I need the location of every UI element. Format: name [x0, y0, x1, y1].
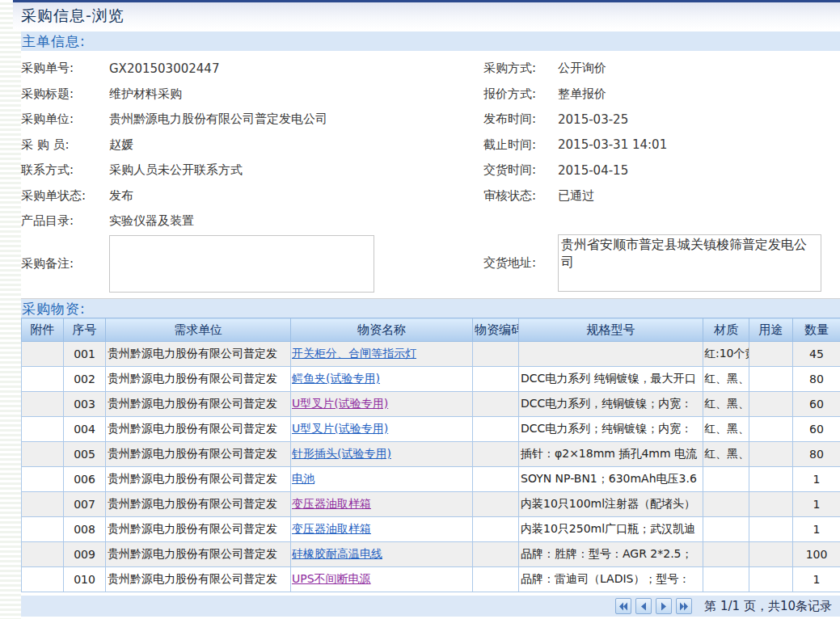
material-cell: 红、黑、: [703, 367, 749, 392]
material-cell: 红:10个黄: [703, 342, 749, 367]
field-value: 维护材料采购: [109, 86, 182, 102]
table-row: 005 贵州黔源电力股份有限公司普定发 针形插头(试验专用) 插针：φ2×18m…: [22, 442, 840, 467]
attachment-cell: [22, 367, 64, 392]
attachment-cell: [22, 567, 64, 592]
field-purchase-unit: 采购单位: 贵州黔源电力股份有限公司普定发电公司: [21, 107, 458, 133]
section-header-materials: 采购物资:: [21, 298, 840, 318]
seq-cell: 001: [64, 342, 106, 367]
spec-cell: DCC电力系列，纯铜镀镍；内宽：: [519, 392, 703, 417]
qty-cell: 100: [793, 542, 840, 567]
material-link[interactable]: 变压器油取样箱: [292, 497, 371, 510]
field-label: 审核状态:: [483, 188, 558, 204]
code-cell: [473, 417, 519, 442]
qty-cell: 80: [793, 367, 840, 392]
usage-cell: [749, 492, 793, 517]
delivery-address-textarea[interactable]: 贵州省安顺市普定县城关镇梭筛普定发电公司: [558, 234, 821, 292]
header-demand-unit: 需求单位: [106, 318, 291, 342]
material-cell: 红、黑、: [703, 442, 749, 467]
material-link[interactable]: 硅橡胶耐高温电线: [292, 547, 382, 560]
code-cell: [473, 467, 519, 492]
header-material: 材质: [703, 318, 749, 342]
field-label: 交货地址:: [483, 255, 558, 271]
materials-table: 附件 序号 需求单位 物资名称 物资编码 规格型号 材质 用途 数量 001 贵…: [21, 318, 840, 592]
field-value: 实验仪器及装置: [109, 213, 194, 229]
material-name-cell: 硅橡胶耐高温电线: [291, 542, 473, 567]
header-material-name: 物资名称: [291, 318, 473, 342]
prev-page-button[interactable]: [635, 598, 652, 614]
unit-cell: 贵州黔源电力股份有限公司普定发: [106, 567, 291, 592]
purchase-remark-textarea[interactable]: [109, 235, 374, 293]
material-name-cell: U型叉片(试验专用): [291, 417, 473, 442]
field-order-status: 采购单状态: 发布: [21, 183, 458, 209]
seq-cell: 006: [64, 467, 106, 492]
unit-cell: 贵州黔源电力股份有限公司普定发: [106, 392, 291, 417]
header-attachment: 附件: [22, 318, 64, 342]
table-row: 002 贵州黔源电力股份有限公司普定发 鳄鱼夹(试验专用) DCC电力系列 纯铜…: [22, 367, 840, 392]
field-audit-status: 审核状态: 已通过: [483, 183, 839, 209]
unit-cell: 贵州黔源电力股份有限公司普定发: [106, 492, 291, 517]
material-name-cell: 开关柜分、合闸等指示灯: [291, 342, 473, 367]
material-link[interactable]: 针形插头(试验专用): [292, 447, 391, 460]
code-cell: [473, 492, 519, 517]
field-product-catalog: 产品目录: 实验仪器及装置: [21, 208, 458, 234]
usage-cell: [749, 442, 793, 467]
first-page-button[interactable]: [615, 598, 631, 614]
header-material-code: 物资编码: [473, 318, 519, 342]
spec-cell: 内装10只100ml注射器（配堵头）: [519, 492, 703, 517]
table-row: 007 贵州黔源电力股份有限公司普定发 变压器油取样箱 内装10只100ml注射…: [22, 492, 840, 517]
qty-cell: 60: [793, 417, 840, 442]
material-link[interactable]: U型叉片(试验专用): [292, 397, 388, 410]
seq-cell: 003: [64, 392, 106, 417]
field-quote-method: 报价方式: 整单报价: [483, 82, 839, 107]
qty-cell: 1: [793, 467, 840, 492]
field-buyer: 采 购 员: 赵媛: [21, 133, 458, 158]
page-title: 采购信息-浏览: [21, 6, 125, 27]
material-link[interactable]: 鳄鱼夹(试验专用): [292, 372, 380, 385]
procurement-browse-page: 采购信息-浏览 主单信息: 采购单号: GX201503002447 采购标题:…: [0, 0, 840, 619]
field-label: 联系方式:: [21, 162, 109, 178]
material-link[interactable]: 开关柜分、合闸等指示灯: [292, 347, 416, 360]
next-page-button[interactable]: [656, 598, 672, 614]
seq-cell: 005: [64, 442, 106, 467]
usage-cell: [749, 517, 793, 542]
material-link[interactable]: UPS不间断电源: [292, 572, 371, 585]
code-cell: [473, 567, 519, 592]
material-name-cell: 鳄鱼夹(试验专用): [291, 367, 473, 392]
right-arrow-icon: [661, 602, 667, 611]
usage-cell: [749, 542, 793, 567]
unit-cell: 贵州黔源电力股份有限公司普定发: [106, 517, 291, 542]
last-page-button[interactable]: [676, 598, 692, 614]
unit-cell: 贵州黔源电力股份有限公司普定发: [106, 542, 291, 567]
attachment-cell: [22, 392, 64, 417]
field-value: GX201503002447: [109, 61, 219, 76]
qty-cell: 1: [793, 492, 840, 517]
pagination-bar: 第 1/1 页，共10条记录: [21, 596, 840, 617]
material-link[interactable]: 电池: [292, 472, 314, 485]
material-name-cell: 针形插头(试验专用): [291, 442, 473, 467]
material-link[interactable]: U型叉片(试验专用): [292, 422, 388, 435]
double-right-arrow-icon: [679, 602, 689, 611]
unit-cell: 贵州黔源电力股份有限公司普定发: [106, 367, 291, 392]
field-label: 采 购 员:: [21, 137, 109, 153]
material-link[interactable]: 变压器油取样箱: [292, 522, 371, 535]
spec-cell: 内装10只250ml广口瓶；武汉凯迪: [519, 517, 703, 542]
table-row: 010 贵州黔源电力股份有限公司普定发 UPS不间断电源 品牌：雷迪司（LADI…: [22, 567, 840, 592]
seq-cell: 004: [64, 417, 106, 442]
table-row: 008 贵州黔源电力股份有限公司普定发 变压器油取样箱 内装10只250ml广口…: [22, 517, 840, 542]
main-panel: 主单信息: 采购单号: GX201503002447 采购标题: 维护材料采购 …: [21, 32, 840, 619]
field-label: 采购单号:: [21, 61, 109, 76]
material-name-cell: 变压器油取样箱: [291, 517, 473, 542]
field-order-title: 采购标题: 维护材料采购: [21, 82, 458, 107]
field-label: 采购标题:: [21, 86, 109, 102]
double-left-arrow-icon: [618, 602, 628, 611]
table-row: 006 贵州黔源电力股份有限公司普定发 电池 SOYN NP-BN1；630mA…: [22, 467, 840, 492]
field-label: 采购单位:: [21, 112, 109, 127]
material-name-cell: 电池: [291, 467, 473, 492]
spec-cell: [519, 342, 703, 367]
field-delivery-address: 交货地址: 贵州省安顺市普定县城关镇梭筛普定发电公司: [483, 234, 839, 292]
field-value: 2015-04-15: [558, 163, 628, 178]
main-info-form: 采购单号: GX201503002447 采购标题: 维护材料采购 采购单位: …: [21, 51, 840, 298]
material-cell: [703, 517, 749, 542]
unit-cell: 贵州黔源电力股份有限公司普定发: [106, 342, 291, 367]
field-deadline: 截止时间: 2015-03-31 14:01: [483, 133, 839, 158]
